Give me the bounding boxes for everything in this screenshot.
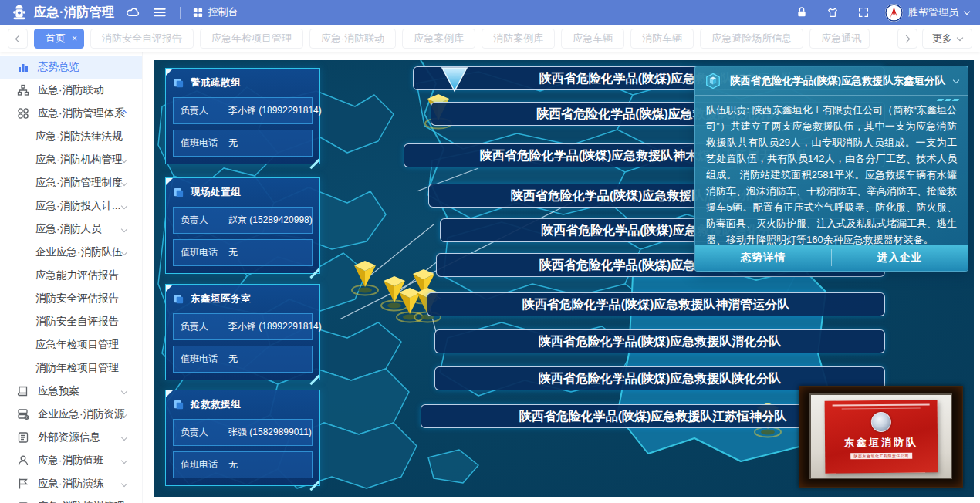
sidebar-item-label: 应急·消防投入计... <box>35 199 120 213</box>
sidebar-item-fire-self-report[interactable]: 消防安全自评报告 <box>0 310 142 333</box>
main-content: 陕西省危险化学品(陕煤)应急救援队东鑫垣分队 陕西省危险化学品(陕煤)应急救援队… <box>143 52 980 503</box>
sidebar-item-personnel[interactable]: 应急·消防人员 <box>0 218 142 241</box>
tab-home[interactable]: 首页× <box>34 29 84 49</box>
sidebar-item-enterprise-resources[interactable]: 企业应急·消防资源 <box>0 403 142 426</box>
sidebar-item-label: 消防安全自评报告 <box>35 315 119 329</box>
team-card-rescue: 抢救救援组 负责人 张强 (15829899011) 值班电话 无 <box>165 390 320 486</box>
team-card-leader-row: 负责人 张强 (15829899011) <box>173 419 313 446</box>
sidebar-item-training[interactable]: 应急·消防培训管理 <box>0 495 142 503</box>
user-name[interactable]: 胜帮管理员 <box>908 5 958 19</box>
team-card-onsite-disposal: 现场处置组 负责人 赵京 (15289420998) 值班电话 无 <box>165 177 320 274</box>
field-value: 无 <box>228 137 238 150</box>
tab-shelter-info[interactable]: 应急避险场所信息 <box>700 29 803 49</box>
sidebar-item-label: 外部资源信息 <box>38 430 100 444</box>
tabs-scroll-area: 首页× 消防安全自评报告 应急年检项目管理 应急·消防联动 应急案例库 消防案例… <box>34 29 891 49</box>
sign-text: 东鑫垣消防队 <box>843 435 917 450</box>
tab-linkage[interactable]: 应急·消防联动 <box>309 29 396 49</box>
decorative-slashes <box>938 99 958 101</box>
theme-shirt-icon[interactable] <box>826 6 839 19</box>
tab-close-icon[interactable]: × <box>72 33 77 44</box>
chevron-down-icon <box>121 388 127 394</box>
header-divider <box>180 7 181 19</box>
sidebar-item-mgmt-rules[interactable]: 应急·消防管理制度 <box>0 171 142 194</box>
document-icon <box>173 187 184 198</box>
top-header: 应急·消防管理 控制台 胜帮管理员 <box>0 0 980 25</box>
document-icon <box>173 77 184 89</box>
sidebar-item-duty[interactable]: 应急·消防值班 <box>0 449 142 472</box>
menu-collapse-icon[interactable] <box>152 5 167 20</box>
sidebar-item-laws[interactable]: 应急·消防法律法规 <box>0 125 142 148</box>
team-card-title: 东鑫垣医务室 <box>191 292 251 306</box>
tab-annual-inspection[interactable]: 应急年检项目管理 <box>200 29 303 49</box>
sidebar-item-org-mgmt[interactable]: 应急·消防机构管理 <box>0 148 142 171</box>
sidebar-item-label: 态势总览 <box>38 60 79 74</box>
field-value: 无 <box>228 353 238 366</box>
tabs-scroll-left-button[interactable] <box>8 29 28 49</box>
unit-photo-thumbnail[interactable]: 东鑫垣消防队 陕西东鑫垣化工有限责任公司 <box>799 386 963 488</box>
unit-detail-title: 陕西省危险化学品(陕煤)应急救援队东鑫垣分队 <box>728 74 947 88</box>
sidebar-item-situation-overview[interactable]: 态势总览 <box>0 56 142 79</box>
map-unit-label-weihua[interactable]: 陕西省危险化学品(陕煤)应急救援队渭化分队 <box>434 329 885 353</box>
sidebar-nav: 态势总览 应急·消防联动 应急·消防管理体系 应急·消防法律法规 应急·消防机构… <box>0 52 143 503</box>
tab-fire-vehicles[interactable]: 消防车辆 <box>630 29 694 49</box>
chevron-down-icon <box>121 457 127 464</box>
chevron-down-icon <box>121 434 127 441</box>
tab-emergency-cases[interactable]: 应急案例库 <box>402 29 475 49</box>
map-unit-label-shenwei[interactable]: 陕西省危险化学品(陕煤)应急救援队神渭管运分队 <box>427 292 885 316</box>
sidebar-item-label: 应急·消防人员 <box>35 222 102 236</box>
team-card-title: 警戒疏散组 <box>191 76 241 89</box>
tab-emergency-vehicles[interactable]: 应急车辆 <box>561 29 624 49</box>
sidebar-item-management-system[interactable]: 应急·消防管理体系 <box>0 102 142 125</box>
tab-fire-self-report[interactable]: 消防安全自评报告 <box>90 29 194 49</box>
bar-chart-icon <box>17 61 29 73</box>
tabs-more-button[interactable]: 更多 <box>922 29 972 49</box>
team-card-clinic: 东鑫垣医务室 负责人 李小锋 (18992291814) 值班电话 无 <box>165 284 320 380</box>
document-icon <box>173 399 184 410</box>
fullscreen-icon[interactable] <box>857 6 870 19</box>
unit-detail-actions: 态势详情 进入企业 <box>695 245 968 271</box>
selected-unit-marker-icon[interactable] <box>441 66 468 93</box>
chevron-down-icon <box>121 203 127 209</box>
unit-detail-description: 队伍职责: 陕西东鑫垣化工有限责任公司（简称“东鑫垣公司”）共建立了两支应急救援… <box>695 96 968 245</box>
tabs-scroll-right-button[interactable] <box>897 29 917 49</box>
field-value: 张强 (15829899011) <box>228 426 312 439</box>
field-label: 负责人 <box>181 426 228 439</box>
sidebar-item-label: 应急年检项目管理 <box>35 338 119 352</box>
fire-emblem-icon <box>870 411 890 431</box>
situation-detail-button[interactable]: 态势详情 <box>695 245 831 271</box>
sidebar-item-label: 消防年检项目管理 <box>35 361 119 375</box>
enter-enterprise-button[interactable]: 进入企业 <box>832 245 968 271</box>
team-card-leader-row: 负责人 赵京 (15289420998) <box>173 207 313 234</box>
cloud-icon[interactable] <box>126 5 141 20</box>
unit-detail-header: 陕西省危险化学品(陕煤)应急救援队东鑫垣分队 <box>695 66 968 96</box>
resources-server-icon <box>17 408 29 420</box>
chevron-down-icon <box>121 481 127 487</box>
user-menu-chevron-icon[interactable] <box>964 8 970 14</box>
console-tab[interactable]: 控制台 <box>193 5 238 19</box>
sidebar-item-enterprise-teams[interactable]: 企业应急·消防队伍 <box>0 241 142 264</box>
sidebar-item-linkage[interactable]: 应急·消防联动 <box>0 79 142 102</box>
field-label: 值班电话 <box>181 353 228 366</box>
tab-emergency-comms[interactable]: 应急通讯 <box>809 29 870 49</box>
field-value: 无 <box>228 246 238 259</box>
sidebar-item-emergency-annual-inspection[interactable]: 应急年检项目管理 <box>0 333 142 356</box>
team-card-phone-row: 值班电话 无 <box>173 239 313 266</box>
lock-icon[interactable] <box>796 6 808 19</box>
field-value: 赵京 (15289420998) <box>228 214 313 227</box>
tab-fire-cases[interactable]: 消防案例库 <box>482 29 555 49</box>
field-label: 值班电话 <box>181 137 228 150</box>
avatar[interactable] <box>885 4 903 22</box>
sidebar-item-fire-assessment-report[interactable]: 消防安全评估报告 <box>0 287 142 310</box>
team-card-leader-row: 负责人 李小锋 (18992291814) <box>173 97 313 124</box>
panel-collapse-chevron-icon[interactable] <box>953 76 959 83</box>
field-value: 李小锋 (18992291814) <box>228 320 322 333</box>
sidebar-item-capability-report[interactable]: 应急能力评估报告 <box>0 264 142 287</box>
map-canvas[interactable]: 陕西省危险化学品(陕煤)应急救援队东鑫垣分队 陕西省危险化学品(陕煤)应急救援队… <box>154 60 974 497</box>
sidebar-item-drills[interactable]: 应急·消防演练 <box>0 472 142 495</box>
sidebar-item-investment-plan[interactable]: 应急·消防投入计... <box>0 194 142 218</box>
sidebar-item-external-resources[interactable]: 外部资源信息 <box>0 426 142 449</box>
field-label: 负责人 <box>181 214 228 227</box>
org-chart-icon <box>17 84 29 96</box>
sidebar-item-emergency-plans[interactable]: 应急预案 <box>0 380 142 403</box>
sidebar-item-fire-annual-inspection[interactable]: 消防年检项目管理 <box>0 356 142 380</box>
